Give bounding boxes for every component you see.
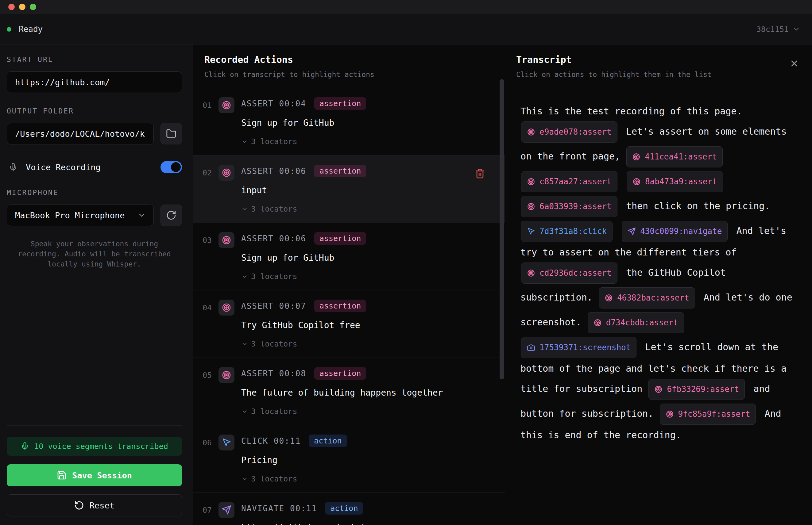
chip-label: 6fb33269:assert: [667, 381, 739, 398]
start-url-input[interactable]: https://github.com/: [7, 72, 182, 93]
action-row[interactable]: 06CLICK 00:11actionPricing3 locators: [193, 425, 505, 493]
chip-label: c857aa27:assert: [539, 173, 612, 190]
transcript-subtitle: Click on actions to highlight them in th…: [516, 71, 800, 78]
action-category-badge: assertion: [314, 232, 366, 245]
chevron-down-icon: [241, 476, 248, 482]
transcript-action-chip[interactable]: 430c0099:navigate: [622, 221, 728, 242]
action-row-number: 07: [203, 502, 218, 525]
close-icon: [789, 59, 799, 69]
transcript-action-chip[interactable]: 17539371:screenshot: [521, 337, 637, 358]
output-folder-input[interactable]: /Users/dodo/LOCAL/hotovo/k: [7, 123, 154, 145]
target-icon: [218, 367, 234, 383]
locators-expander[interactable]: 3 locators: [241, 272, 485, 281]
action-type-and-time: NAVIGATE 00:11: [241, 504, 317, 513]
action-row-content: ASSERT 00:04assertionSign up for GitHub3…: [241, 97, 485, 146]
close-transcript-button[interactable]: [789, 59, 799, 69]
action-row-number: 05: [203, 367, 218, 416]
folder-icon: [166, 129, 176, 139]
transcript-text-segment: then click on the pricing.: [626, 200, 770, 211]
target-icon: [527, 269, 535, 277]
target-icon: [605, 294, 613, 302]
transcript-text-segment: This is the test recording of this page.: [521, 106, 742, 117]
minimize-window-button[interactable]: [19, 4, 26, 10]
action-title: The future of building happens together: [241, 388, 485, 398]
reset-button[interactable]: Reset: [7, 494, 182, 516]
transcript-action-chip[interactable]: 7d3f31a8:click: [521, 221, 612, 242]
action-row[interactable]: 01ASSERT 00:04assertionSign up for GitHu…: [193, 88, 505, 155]
chevron-down-icon: [241, 408, 248, 415]
browse-folder-button[interactable]: [160, 123, 182, 145]
transcript-action-chip[interactable]: 6a033939:assert: [521, 196, 618, 217]
delete-action-button[interactable]: [475, 168, 485, 213]
transcript-action-chip[interactable]: cd2936dc:assert: [521, 262, 618, 284]
microphone-select[interactable]: MacBook Pro Microphone: [7, 205, 154, 226]
action-row-number: 06: [203, 435, 218, 483]
transcript-action-chip[interactable]: d734cbdb:assert: [588, 312, 684, 333]
action-row-content: CLICK 00:11actionPricing3 locators: [241, 435, 485, 483]
action-row[interactable]: 07NAVIGATE 00:11actionhttps://github.com…: [193, 493, 505, 525]
locators-expander[interactable]: 3 locators: [241, 407, 485, 416]
chevron-down-icon: [792, 25, 800, 33]
target-icon: [632, 153, 640, 161]
voice-helper-text: Speak your observations during recording…: [7, 239, 182, 269]
locators-expander[interactable]: 3 locators: [241, 340, 485, 348]
action-row[interactable]: 05ASSERT 00:08assertionThe future of bui…: [193, 358, 505, 425]
action-row-number: 02: [203, 165, 218, 213]
action-row[interactable]: 03ASSERT 00:06assertionSign up for GitHu…: [193, 223, 505, 290]
actions-list: 01ASSERT 00:04assertionSign up for GitHu…: [193, 88, 505, 525]
maximize-window-button[interactable]: [30, 4, 36, 10]
chip-label: 9fc85a9f:assert: [678, 406, 750, 423]
action-row[interactable]: 02ASSERT 00:06assertioninput3 locators: [193, 155, 505, 223]
action-category-badge: assertion: [314, 300, 366, 312]
voice-recording-toggle[interactable]: [160, 161, 182, 173]
chip-label: d734cbdb:assert: [606, 314, 678, 331]
action-row-number: 01: [203, 97, 218, 146]
settings-sidebar: START URL https://github.com/ OUTPUT FOL…: [0, 44, 193, 525]
version-selector[interactable]: 38c1151: [756, 25, 800, 34]
chip-label: e9ade078:assert: [539, 124, 612, 140]
transcript-action-chip[interactable]: 8ab473a9:assert: [627, 171, 723, 192]
chevron-down-icon: [241, 138, 248, 145]
action-type-and-time: ASSERT 00:06: [241, 234, 306, 243]
chevron-down-icon: [241, 206, 248, 212]
transcript-action-chip[interactable]: e9ade078:assert: [521, 121, 618, 142]
locators-expander[interactable]: 3 locators: [241, 205, 468, 213]
target-icon: [666, 410, 674, 418]
transcript-action-chip[interactable]: 6fb33269:assert: [649, 379, 745, 400]
action-row-number: 03: [203, 232, 218, 281]
locators-expander[interactable]: 3 locators: [241, 137, 485, 146]
chevron-down-icon: [241, 273, 248, 280]
toggle-knob: [171, 162, 181, 172]
locators-label: 3 locators: [251, 272, 298, 281]
target-icon: [594, 319, 602, 327]
save-icon: [57, 470, 67, 480]
action-category-badge: assertion: [314, 97, 366, 110]
action-type-and-time: ASSERT 00:07: [241, 301, 306, 311]
transcript-action-chip[interactable]: c857aa27:assert: [521, 171, 618, 192]
target-icon: [218, 300, 234, 316]
close-window-button[interactable]: [8, 4, 15, 10]
chip-label: 8ab473a9:assert: [645, 173, 717, 190]
chip-label: 430c0099:navigate: [640, 223, 722, 240]
refresh-microphones-button[interactable]: [160, 205, 182, 226]
action-title: Pricing: [241, 455, 485, 465]
transcript-action-chip[interactable]: 411cea41:assert: [626, 146, 723, 167]
window-titlebar: [0, 0, 812, 14]
recorded-actions-title: Recorded Actions: [204, 54, 493, 65]
version-label: 38c1151: [756, 25, 789, 34]
chevron-down-icon: [137, 211, 146, 220]
actions-scrollbar[interactable]: [499, 79, 504, 379]
save-session-button[interactable]: Save Session: [7, 464, 182, 486]
target-icon: [527, 178, 535, 186]
action-row-content: ASSERT 00:06assertionSign up for GitHub3…: [241, 232, 485, 281]
transcript-action-chip[interactable]: 46382bac:assert: [599, 287, 695, 309]
action-category-badge: assertion: [314, 367, 366, 380]
transcript-action-chip[interactable]: 9fc85a9f:assert: [660, 404, 756, 425]
action-type-and-time: ASSERT 00:06: [241, 166, 306, 176]
action-type-and-time: ASSERT 00:04: [241, 99, 306, 108]
action-row[interactable]: 04ASSERT 00:07assertionTry GitHub Copilo…: [193, 290, 505, 358]
action-title: Sign up for GitHub: [241, 253, 485, 263]
locators-label: 3 locators: [251, 407, 298, 416]
cursor-icon: [527, 227, 535, 236]
locators-expander[interactable]: 3 locators: [241, 475, 485, 483]
